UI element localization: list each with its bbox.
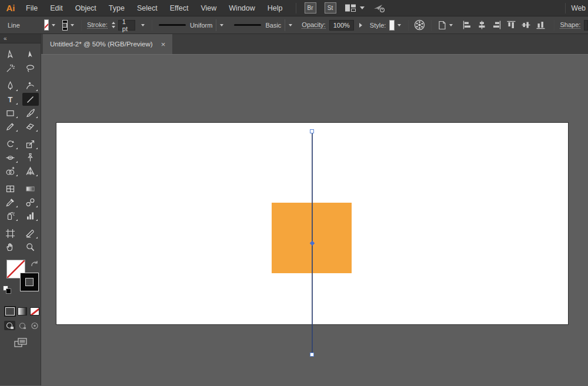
document-setup-icon[interactable] [437, 20, 453, 31]
divider [296, 3, 296, 14]
align-vertical-center-icon[interactable] [521, 20, 531, 30]
direct-selection-tool[interactable] [22, 48, 39, 61]
menu-object[interactable]: Object [75, 4, 96, 12]
stock-button[interactable]: St [325, 2, 336, 14]
chevron-down-icon[interactable] [71, 24, 74, 26]
graphic-style-swatch[interactable] [390, 21, 394, 30]
blend-tool[interactable] [22, 196, 39, 209]
share-icon[interactable] [373, 4, 386, 13]
menu-type[interactable]: Type [109, 4, 125, 12]
style-label[interactable]: Style: [370, 22, 386, 29]
workspace-switcher[interactable] [345, 4, 365, 12]
fill-color-swatch[interactable] [45, 20, 49, 30]
workspace-layout-icon [345, 4, 356, 12]
eraser-tool[interactable] [22, 120, 39, 133]
menu-file[interactable]: File [26, 4, 38, 12]
main-menus: File Edit Object Type Select Effect View… [26, 4, 283, 12]
hand-tool[interactable] [2, 240, 19, 253]
brush-definition-dropdown[interactable]: Basic [230, 19, 285, 31]
eyedropper-tool[interactable] [2, 196, 19, 209]
brush-value: Basic [265, 22, 281, 29]
swap-fill-stroke-icon[interactable] [31, 260, 39, 268]
canvas[interactable] [41, 54, 588, 385]
gradient-tool[interactable] [22, 182, 39, 195]
chevron-down-icon [449, 24, 453, 26]
menu-select[interactable]: Select [137, 4, 158, 12]
draw-mode-row [4, 321, 41, 330]
shape-panel-link[interactable]: Shape: [560, 21, 580, 29]
none-mode-swatch[interactable] [30, 307, 39, 315]
magic-wand-tool[interactable] [2, 62, 19, 75]
width-profile-chevron[interactable] [216, 19, 227, 31]
chevron-down-icon[interactable] [397, 24, 401, 26]
chevron-down-icon[interactable] [141, 24, 145, 26]
menu-effect[interactable]: Effect [170, 4, 189, 12]
pen-tool[interactable] [2, 79, 19, 92]
paintbrush-tool[interactable] [22, 106, 39, 119]
menu-help[interactable]: Help [268, 4, 283, 12]
brush-chevron[interactable] [285, 19, 296, 31]
draw-normal-mode[interactable] [4, 321, 15, 330]
align-top-icon[interactable] [506, 20, 516, 30]
step-up-icon[interactable] [112, 22, 115, 24]
opacity-field[interactable]: 100% [329, 20, 354, 31]
chevron-down-icon[interactable] [52, 24, 55, 26]
scale-tool[interactable] [22, 137, 39, 150]
stroke-weight-field[interactable]: 1 pt [118, 20, 135, 31]
selection-tool[interactable] [2, 48, 19, 61]
fill-stroke-cluster [0, 259, 41, 301]
align-right-icon[interactable] [492, 20, 502, 30]
puppet-warp-tool[interactable] [22, 151, 39, 164]
rectangle-tool[interactable] [2, 106, 19, 119]
stroke-weight-stepper[interactable] [112, 22, 115, 28]
rotate-tool[interactable] [2, 137, 19, 150]
lasso-tool[interactable] [22, 62, 39, 75]
default-fill-stroke-icon[interactable] [4, 286, 11, 294]
opacity-panel-link[interactable]: Opacity: [302, 21, 325, 29]
symbol-sprayer-tool[interactable] [2, 209, 19, 222]
gradient-mode-swatch[interactable] [18, 307, 27, 315]
line-top-anchor[interactable] [310, 129, 314, 133]
tools-panel: « [0, 34, 41, 385]
slice-tool[interactable] [22, 227, 39, 240]
document-tab-title: Untitled-2* @ 50% (RGB/Preview) [50, 41, 153, 48]
color-mode-swatch[interactable] [5, 307, 15, 315]
workspace-name[interactable]: Web [572, 4, 586, 12]
toolbar-collapse-button[interactable]: « [4, 35, 7, 42]
menu-view[interactable]: View [201, 4, 216, 12]
control-bar: Line Stroke: 1 pt Uniform Basic Opacity: [0, 16, 588, 34]
shape-builder-tool[interactable] [2, 165, 19, 177]
menu-window[interactable]: Window [229, 4, 255, 12]
align-horizontal-center-icon[interactable] [477, 20, 487, 30]
width-profile-preview [159, 24, 186, 26]
curvature-tool[interactable] [22, 79, 39, 92]
column-graph-tool[interactable] [22, 209, 39, 222]
bridge-button[interactable]: Br [305, 2, 316, 14]
width-profile-value: Uniform [190, 22, 213, 29]
chevron-down-icon [220, 24, 223, 26]
menu-edit[interactable]: Edit [50, 4, 63, 12]
type-tool[interactable]: T [2, 93, 19, 106]
line-segment-tool[interactable] [22, 93, 39, 106]
align-bottom-icon[interactable] [536, 20, 546, 30]
draw-behind-mode[interactable] [16, 321, 28, 330]
stroke-swatch-black[interactable] [21, 273, 38, 291]
document-tab[interactable]: Untitled-2* @ 50% (RGB/Preview) × [43, 34, 172, 54]
stroke-panel-link[interactable]: Stroke: [87, 21, 108, 29]
zoom-tool[interactable] [22, 240, 39, 253]
line-bottom-anchor[interactable] [310, 353, 314, 357]
width-tool[interactable] [2, 151, 19, 164]
perspective-grid-tool[interactable] [22, 165, 39, 177]
step-down-icon[interactable] [112, 26, 115, 28]
close-icon[interactable]: × [161, 41, 166, 48]
screen-mode-icon[interactable] [14, 337, 28, 350]
mesh-tool[interactable] [2, 182, 19, 195]
artboard-tool[interactable] [2, 227, 19, 240]
stroke-color-swatch[interactable] [63, 21, 66, 30]
draw-inside-mode[interactable] [29, 321, 40, 330]
width-profile-dropdown[interactable]: Uniform [155, 19, 216, 31]
recolor-artwork-icon[interactable] [414, 19, 425, 31]
chevron-right-icon[interactable] [359, 23, 362, 28]
shaper-tool[interactable] [2, 120, 19, 133]
align-left-icon[interactable] [462, 20, 472, 30]
